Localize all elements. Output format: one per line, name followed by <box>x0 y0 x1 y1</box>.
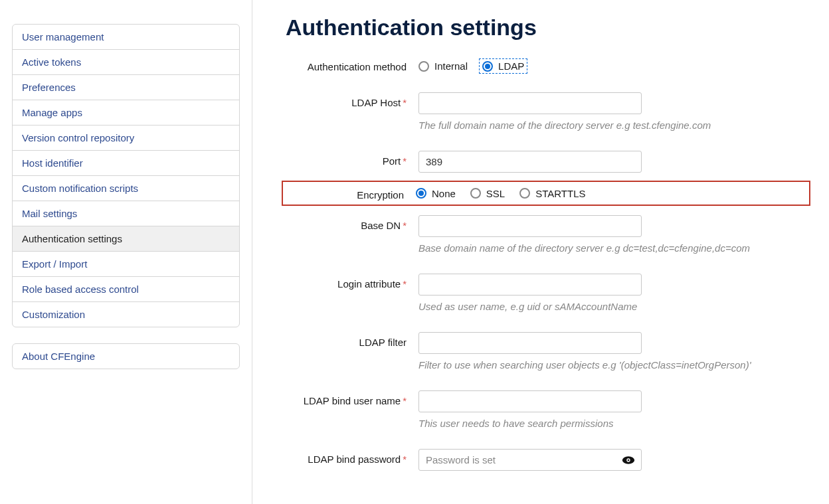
encryption-ssl[interactable]: SSL <box>470 188 505 199</box>
required-marker: * <box>403 278 407 290</box>
row-ldap-filter: LDAP filter Filter to use when searching… <box>286 332 810 371</box>
nav-active-tokens[interactable]: Active tokens <box>13 50 239 75</box>
radio-icon <box>482 61 493 72</box>
ldap-host-input[interactable] <box>418 92 642 114</box>
nav-authentication-settings[interactable]: Authentication settings <box>13 226 239 252</box>
required-marker: * <box>403 155 407 167</box>
about-nav: About CFEngine <box>12 343 240 369</box>
row-bind-password: LDAP bind password* <box>286 449 810 471</box>
label-login-attr: Login attribute* <box>286 274 418 290</box>
login-attr-input[interactable] <box>418 274 642 295</box>
auth-method-radio-group: Internal LDAP <box>418 56 790 72</box>
radio-icon <box>416 188 426 199</box>
nav-export-import[interactable]: Export / Import <box>13 252 239 277</box>
label-bind-password: LDAP bind password* <box>286 449 418 465</box>
row-login-attr: Login attribute* Used as user name, e.g … <box>286 274 810 312</box>
required-marker: * <box>403 220 407 231</box>
nav-host-identifier[interactable]: Host identifier <box>13 151 239 176</box>
radio-icon <box>470 188 481 199</box>
auth-method-ldap[interactable]: LDAP <box>481 60 525 72</box>
label-ldap-host: LDAP Host* <box>286 92 418 108</box>
sidebar: User management Active tokens Preference… <box>0 0 252 504</box>
nav-mail-settings[interactable]: Mail settings <box>13 201 239 226</box>
radio-icon <box>519 188 530 199</box>
page-title: Authentication settings <box>286 15 810 41</box>
row-base-dn: Base DN* Base domain name of the directo… <box>286 215 810 254</box>
label-bind-user: LDAP bind user name* <box>286 390 418 406</box>
encryption-starttls[interactable]: STARTTLS <box>519 188 585 199</box>
row-bind-user: LDAP bind user name* This user needs to … <box>286 390 810 429</box>
svg-point-2 <box>628 459 630 461</box>
row-encryption-highlight: Encryption None SSL STARTTLS <box>282 181 810 206</box>
nav-preferences[interactable]: Preferences <box>13 75 239 100</box>
required-marker: * <box>403 454 407 465</box>
base-dn-input[interactable] <box>418 215 642 237</box>
label-port: Port* <box>286 151 418 167</box>
hint-ldap-host: The full domain name of the directory se… <box>418 120 790 131</box>
radio-label: STARTTLS <box>535 188 585 199</box>
hint-base-dn: Base domain name of the directory server… <box>418 242 790 254</box>
main-content: Authentication settings Authentication m… <box>252 0 829 504</box>
radio-label: None <box>432 188 456 199</box>
radio-icon <box>418 61 429 72</box>
nav-about-cfengine[interactable]: About CFEngine <box>13 344 239 369</box>
bind-user-input[interactable] <box>418 390 642 412</box>
radio-label: Internal <box>434 60 468 72</box>
hint-login-attr: Used as user name, e.g uid or sAMAccount… <box>418 301 790 312</box>
port-input[interactable] <box>418 151 642 173</box>
nav-version-control[interactable]: Version control repository <box>13 126 239 151</box>
radio-label: LDAP <box>498 60 524 72</box>
nav-rbac[interactable]: Role based access control <box>13 277 239 302</box>
auth-method-internal[interactable]: Internal <box>418 60 468 72</box>
label-auth-method: Authentication method <box>286 56 418 72</box>
row-ldap-host: LDAP Host* The full domain name of the d… <box>286 92 810 131</box>
label-ldap-filter: LDAP filter <box>286 332 418 348</box>
ldap-filter-input[interactable] <box>418 332 642 354</box>
nav-manage-apps[interactable]: Manage apps <box>13 100 239 126</box>
radio-label: SSL <box>486 188 505 199</box>
required-marker: * <box>403 395 407 406</box>
nav-user-management[interactable]: User management <box>13 25 239 50</box>
hint-ldap-filter: Filter to use when searching user object… <box>418 359 790 371</box>
bind-password-input[interactable] <box>418 449 642 471</box>
label-base-dn: Base DN* <box>286 215 418 231</box>
encryption-none[interactable]: None <box>416 188 456 199</box>
nav-custom-notification[interactable]: Custom notification scripts <box>13 176 239 201</box>
settings-nav: User management Active tokens Preference… <box>12 24 240 327</box>
hint-bind-user: This user needs to have search permissio… <box>418 418 790 429</box>
encryption-radio-group: None SSL STARTTLS <box>416 187 788 199</box>
row-port: Port* <box>286 151 810 173</box>
nav-customization[interactable]: Customization <box>13 302 239 327</box>
required-marker: * <box>403 97 407 108</box>
label-encryption: Encryption <box>287 185 416 201</box>
eye-icon[interactable] <box>622 456 635 465</box>
row-auth-method: Authentication method Internal LDAP <box>286 56 810 72</box>
